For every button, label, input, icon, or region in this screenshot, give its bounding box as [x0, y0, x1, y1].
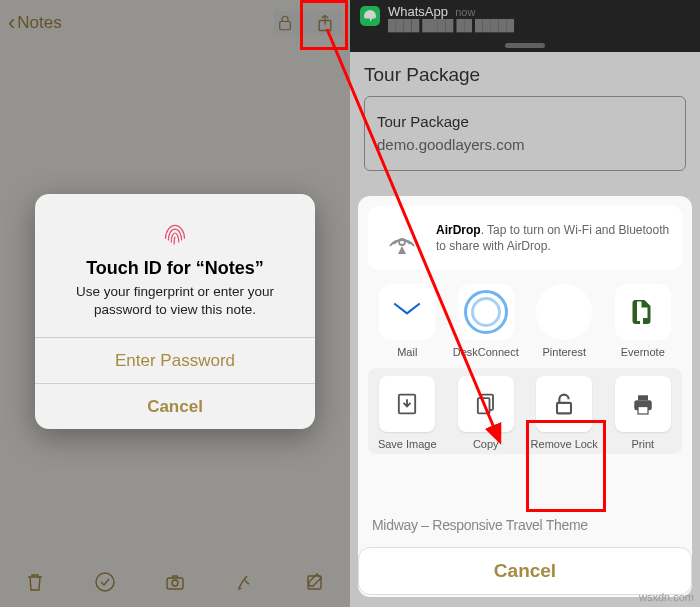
app-label: DeskConnect: [451, 346, 521, 358]
action-label: Save Image: [372, 438, 442, 450]
app-label: Mail: [372, 346, 442, 358]
svg-rect-9: [478, 398, 490, 413]
svg-rect-13: [638, 407, 648, 415]
watermark: wsxdn.com: [639, 591, 694, 603]
peek-text: Midway – Responsive Travel Theme: [372, 517, 678, 533]
alert-message: Use your fingerprint or enter your passw…: [53, 283, 297, 319]
airdrop-icon: [380, 216, 424, 260]
svg-rect-10: [557, 403, 571, 414]
share-mail[interactable]: Mail: [372, 284, 442, 358]
share-evernote[interactable]: Evernote: [608, 284, 678, 358]
action-copy[interactable]: Copy: [451, 376, 521, 450]
app-label: Evernote: [608, 346, 678, 358]
alert-cancel-button[interactable]: Cancel: [35, 383, 315, 429]
share-actions-row: Save Image Copy Remove Lock Print: [368, 368, 682, 454]
left-phone: ‹ Notes: [0, 0, 350, 607]
alert-title: Touch ID for “Notes”: [53, 258, 297, 279]
touch-id-alert: Touch ID for “Notes” Use your fingerprin…: [35, 194, 315, 429]
share-cancel-button[interactable]: Cancel: [358, 547, 692, 595]
svg-point-6: [399, 239, 405, 245]
share-apps-row: Mail DeskConnect P Pinterest Evernote: [368, 284, 682, 358]
action-save-image[interactable]: Save Image: [372, 376, 442, 450]
right-phone: WhatsApp now ████ ████ ██ █████ Tour Pac…: [350, 0, 700, 607]
fingerprint-icon: [156, 214, 194, 252]
remove-lock-highlight-box: [526, 420, 606, 512]
app-label: Pinterest: [529, 346, 599, 358]
share-sheet: AirDrop. Tap to turn on Wi-Fi and Blueto…: [358, 196, 692, 597]
action-label: Print: [608, 438, 678, 450]
action-label: Copy: [451, 438, 521, 450]
action-print[interactable]: Print: [608, 376, 678, 450]
airdrop-row[interactable]: AirDrop. Tap to turn on Wi-Fi and Blueto…: [368, 206, 682, 270]
share-pinterest[interactable]: P Pinterest: [529, 284, 599, 358]
svg-rect-12: [638, 395, 648, 400]
airdrop-text: AirDrop. Tap to turn on Wi-Fi and Blueto…: [436, 222, 670, 254]
enter-password-button[interactable]: Enter Password: [35, 337, 315, 383]
share-deskconnect[interactable]: DeskConnect: [451, 284, 521, 358]
share-highlight-box: [300, 0, 348, 50]
